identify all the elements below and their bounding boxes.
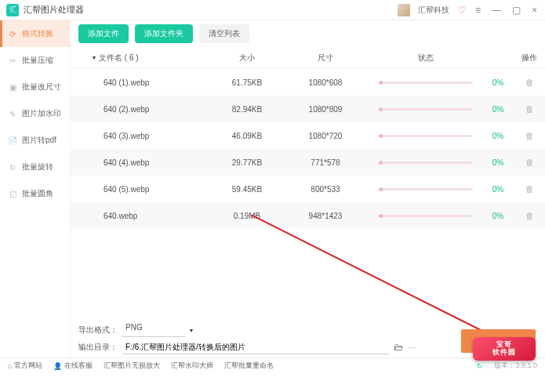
table-row[interactable]: 640 (4).webp 29.77KB 771*578 0% 🗑 [71, 149, 545, 176]
file-dim: 1080*720 [282, 132, 369, 140]
file-size: 46.09KB [212, 132, 282, 140]
add-folder-button[interactable]: 添加文件夹 [135, 24, 193, 43]
dots-icon[interactable]: ⋯ [408, 343, 416, 352]
file-dim: 771*578 [282, 158, 369, 167]
sidebar-item-label: 批量圆角 [22, 188, 53, 199]
sidebar-item-to-pdf[interactable]: 📄图片转pdf [0, 127, 70, 154]
file-dim: 948*1423 [282, 212, 369, 220]
col-dim-label: 尺寸 [282, 53, 369, 64]
sidebar-item-label: 格式转换 [22, 28, 53, 39]
sidebar-item-batch-resize[interactable]: ▣批量改尺寸 [0, 74, 70, 100]
delete-icon[interactable]: 🗑 [525, 104, 534, 114]
version-label: 版本：3.9.1.0 [494, 361, 537, 371]
sidebar-item-round-corner[interactable]: ◱批量圆角 [0, 180, 70, 207]
file-dim: 800*533 [282, 185, 369, 194]
sidebar-item-label: 批量旋转 [22, 162, 53, 172]
file-name: 640 (4).webp [71, 158, 212, 167]
delete-icon[interactable]: 🗑 [525, 158, 534, 167]
home-icon: ⌂ [8, 362, 12, 370]
table-row[interactable]: 640.webp 0.19MB 948*1423 0% 🗑 [71, 202, 545, 229]
sidebar-item-label: 图片转pdf [22, 135, 56, 146]
compress-icon: ✂ [8, 56, 17, 65]
convert-icon: ⟳ [8, 29, 17, 38]
watermark-badge: 宝哥软件园 [473, 337, 536, 361]
delete-icon[interactable]: 🗑 [525, 184, 534, 194]
col-size-label: 大小 [212, 53, 282, 64]
footer: ⌂官方网站 👤在线客服 汇帮图片无损放大 汇帮水印大师 汇帮批量重命名 ↻ 版本… [0, 358, 545, 373]
progress-pct: 0% [482, 132, 514, 140]
delete-icon[interactable]: 🗑 [525, 211, 534, 220]
progress-bar [379, 162, 473, 164]
product-link-1[interactable]: 汇帮图片无损放大 [104, 361, 160, 371]
path-label: 输出目录： [78, 342, 118, 353]
sidebar-item-batch-compress[interactable]: ✂批量压缩 [0, 47, 70, 74]
progress-pct: 0% [482, 105, 514, 114]
table-row[interactable]: 640 (2).webp 82.94KB 1080*809 0% 🗑 [71, 96, 545, 122]
progress-pct: 0% [482, 212, 514, 220]
delete-icon[interactable]: 🗑 [525, 78, 534, 87]
file-name: 640.webp [71, 212, 212, 220]
sidebar-item-label: 批量压缩 [22, 55, 53, 66]
file-size: 61.75KB [212, 78, 282, 87]
col-status-label: 状态 [369, 53, 482, 64]
official-site-link[interactable]: ⌂官方网站 [8, 361, 42, 371]
resize-icon: ▣ [8, 82, 17, 92]
toolbar: 添加文件 添加文件夹 清空列表 [71, 20, 545, 47]
product-link-2[interactable]: 汇帮水印大师 [171, 361, 213, 371]
format-select[interactable]: PNG [122, 323, 185, 337]
sidebar-item-label: 图片加水印 [22, 108, 61, 119]
progress-bar [379, 82, 473, 84]
heart-icon[interactable]: ♡ [457, 5, 466, 16]
file-size: 82.94KB [212, 105, 282, 114]
file-name: 640 (2).webp [71, 105, 212, 114]
sidebar-item-watermark[interactable]: ✎图片加水印 [0, 100, 70, 127]
progress-bar [379, 188, 473, 191]
file-table: ▾文件名 ( 6 ) 大小 尺寸 状态 操作 640 (1).webp 61.7… [71, 47, 545, 318]
table-row[interactable]: 640 (1).webp 61.75KB 1080*608 0% 🗑 [71, 69, 545, 96]
clear-list-button[interactable]: 清空列表 [199, 24, 249, 43]
file-size: 29.77KB [212, 158, 282, 167]
folder-icon[interactable]: 🗁 [394, 342, 403, 353]
pdf-icon: 📄 [8, 136, 17, 145]
titlebar: 汇 汇帮图片处理器 汇帮科技 ♡ ≡ — ▢ × [0, 0, 545, 20]
file-size: 0.19MB [212, 212, 282, 220]
maximize-icon[interactable]: ▢ [510, 5, 522, 16]
file-dim: 1080*608 [282, 78, 369, 87]
refresh-icon[interactable]: ↻ [477, 362, 483, 370]
close-icon[interactable]: × [530, 5, 539, 16]
progress-pct: 0% [482, 78, 514, 87]
brand-name: 汇帮科技 [418, 5, 449, 16]
file-name: 640 (5).webp [71, 185, 212, 194]
sidebar: ⟳格式转换 ✂批量压缩 ▣批量改尺寸 ✎图片加水印 📄图片转pdf ↻批量旋转 … [0, 20, 71, 358]
corner-icon: ◱ [8, 189, 17, 198]
rotate-icon: ↻ [8, 162, 17, 172]
file-size: 59.45KB [212, 185, 282, 194]
avatar[interactable] [398, 4, 410, 16]
progress-pct: 0% [482, 158, 514, 167]
sidebar-item-format-convert[interactable]: ⟳格式转换 [0, 20, 70, 47]
app-logo-icon: 汇 [6, 4, 19, 16]
col-op-label: 操作 [514, 53, 545, 64]
table-header: ▾文件名 ( 6 ) 大小 尺寸 状态 操作 [71, 47, 545, 69]
progress-bar [379, 135, 473, 137]
progress-bar [379, 215, 473, 217]
chevron-down-icon[interactable]: ▾ [190, 327, 193, 334]
online-support-link[interactable]: 👤在线客服 [53, 361, 93, 371]
support-icon: 👤 [53, 362, 62, 370]
sort-icon[interactable]: ▾ [93, 54, 96, 61]
app-title: 汇帮图片处理器 [24, 4, 398, 16]
file-name: 640 (1).webp [71, 78, 212, 87]
file-dim: 1080*809 [282, 105, 369, 114]
delete-icon[interactable]: 🗑 [525, 131, 534, 140]
progress-bar [379, 108, 473, 111]
table-row[interactable]: 640 (3).webp 46.09KB 1080*720 0% 🗑 [71, 122, 545, 149]
sidebar-item-label: 批量改尺寸 [22, 82, 61, 93]
progress-pct: 0% [482, 185, 514, 194]
output-path-input[interactable] [122, 340, 389, 354]
menu-icon[interactable]: ≡ [474, 5, 482, 16]
add-file-button[interactable]: 添加文件 [78, 24, 129, 43]
sidebar-item-batch-rotate[interactable]: ↻批量旋转 [0, 154, 70, 180]
product-link-3[interactable]: 汇帮批量重命名 [224, 361, 274, 371]
table-row[interactable]: 640 (5).webp 59.45KB 800*533 0% 🗑 [71, 176, 545, 202]
minimize-icon[interactable]: — [490, 5, 503, 16]
